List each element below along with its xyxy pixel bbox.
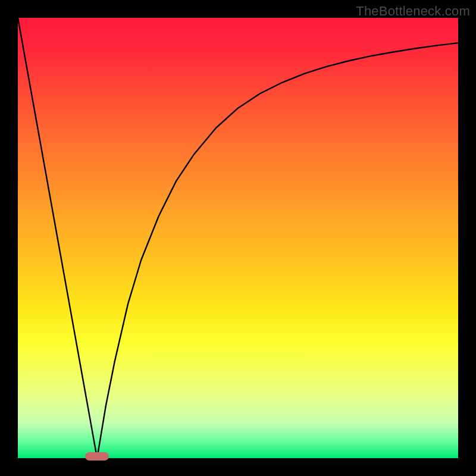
optimum-marker [85,452,109,461]
curve-path [18,18,458,458]
bottleneck-curve [18,18,458,458]
chart-frame: TheBottleneck.com [0,0,476,476]
watermark-text: TheBottleneck.com [356,4,470,19]
plot-area [18,18,458,458]
